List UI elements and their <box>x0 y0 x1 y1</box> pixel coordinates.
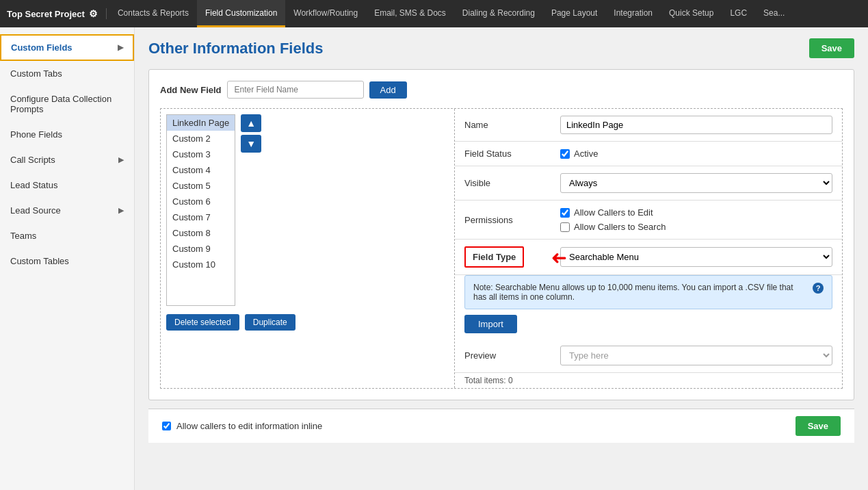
sidebar-item-teams[interactable]: Teams <box>0 223 134 248</box>
list-item[interactable]: Custom 9 <box>167 241 235 257</box>
nav-tab-integration[interactable]: Integration <box>605 0 661 27</box>
action-buttons: Delete selected Duplicate <box>166 314 449 331</box>
list-item[interactable]: Custom 2 <box>167 131 235 146</box>
nav-tab-dialing[interactable]: Dialing & Recording <box>454 0 543 27</box>
list-item[interactable]: Custom 3 <box>167 146 235 162</box>
note-text: Note: Searchable Menu allows up to 10,00… <box>473 283 808 302</box>
import-button[interactable]: Import <box>464 315 517 333</box>
preview-select[interactable]: Type here <box>560 346 832 365</box>
nav-tabs: Contacts & Reports Field Customization W… <box>109 0 793 27</box>
page-title: Other Information Fields <box>148 40 323 57</box>
move-up-button[interactable]: ▲ <box>241 114 261 132</box>
nav-tab-lgc[interactable]: LGC <box>722 0 755 27</box>
sidebar-item-label: Custom Fields <box>11 42 73 53</box>
list-item[interactable]: Custom 5 <box>167 178 235 194</box>
field-status-checkbox[interactable] <box>560 149 570 159</box>
field-type-value: ➜ Searchable Menu Text Number Date Dropd… <box>560 247 832 267</box>
sidebar-item-label: Phone Fields <box>10 129 62 140</box>
chevron-right-icon: ▶ <box>118 155 124 164</box>
allow-edit-text: Allow Callers to Edit <box>574 207 653 218</box>
delete-selected-button[interactable]: Delete selected <box>166 314 239 331</box>
field-status-label: Field Status <box>464 149 553 159</box>
sidebar-item-custom-fields[interactable]: Custom Fields ▶ <box>0 34 134 61</box>
list-item[interactable]: Custom 4 <box>167 162 235 178</box>
nav-tab-search[interactable]: Sea... <box>755 0 793 27</box>
preview-label: Preview <box>464 350 553 361</box>
move-down-button[interactable]: ▼ <box>241 135 261 153</box>
list-item[interactable]: Custom 10 <box>167 257 235 272</box>
field-type-row: Field Type ➜ Searchable Menu Text Number <box>455 240 842 275</box>
list-item[interactable]: Custom 8 <box>167 225 235 241</box>
inline-edit-row: Allow callers to edit information inline <box>162 421 322 431</box>
allow-edit-checkbox[interactable] <box>560 208 570 218</box>
visible-label: Visible <box>464 178 553 188</box>
nav-tab-field-customization[interactable]: Field Customization <box>197 0 285 27</box>
sidebar-item-custom-tables[interactable]: Custom Tables <box>0 248 134 274</box>
inline-edit-label: Allow callers to edit information inline <box>176 421 322 431</box>
sidebar-item-label: Lead Status <box>10 180 57 190</box>
sidebar-item-custom-tabs[interactable]: Custom Tabs <box>0 61 134 86</box>
allow-search-checkbox[interactable] <box>560 222 570 232</box>
two-column-layout: LinkedIn Page Custom 2 Custom 3 Custom 4… <box>160 108 843 389</box>
duplicate-button[interactable]: Duplicate <box>245 314 295 331</box>
field-type-label: Field Type <box>464 246 553 268</box>
sidebar-item-call-scripts[interactable]: Call Scripts ▶ <box>0 147 134 172</box>
name-input[interactable] <box>560 116 832 134</box>
add-field-input[interactable] <box>227 81 364 99</box>
inline-edit-checkbox[interactable] <box>162 422 171 430</box>
sidebar-item-label: Custom Tabs <box>10 68 62 79</box>
sidebar: Custom Fields ▶ Custom Tabs Configure Da… <box>0 27 135 490</box>
total-items: Total items: 0 <box>455 373 842 388</box>
arrow-buttons: ▲ ▼ <box>241 114 261 153</box>
sidebar-item-lead-source[interactable]: Lead Source ▶ <box>0 198 134 223</box>
name-label: Name <box>464 120 553 130</box>
list-item[interactable]: LinkedIn Page <box>167 115 235 131</box>
chevron-right-icon: ▶ <box>118 206 124 215</box>
visible-select[interactable]: Always Never Conditional <box>560 173 832 193</box>
field-status-row: Field Status Active <box>455 142 842 166</box>
add-field-button[interactable]: Add <box>369 81 407 99</box>
visible-row: Visible Always Never Conditional <box>455 166 842 201</box>
sidebar-item-label: Custom Tables <box>10 256 69 266</box>
nav-tab-email[interactable]: Email, SMS & Docs <box>366 0 454 27</box>
list-and-arrows: LinkedIn Page Custom 2 Custom 3 Custom 4… <box>166 114 449 306</box>
permissions-label: Permissions <box>464 215 553 225</box>
sidebar-item-configure-data[interactable]: Configure Data Collection Prompts <box>0 86 134 122</box>
permissions-row: Permissions Allow Callers to Edit Allow … <box>455 201 842 240</box>
sidebar-item-lead-status[interactable]: Lead Status <box>0 172 134 198</box>
field-status-checkbox-label: Active <box>560 149 832 159</box>
gear-icon[interactable]: ⚙ <box>89 8 98 19</box>
field-type-select[interactable]: Searchable Menu Text Number Date Dropdow… <box>560 247 832 267</box>
add-field-label: Add New Field <box>160 85 222 95</box>
nav-tab-page-layout[interactable]: Page Layout <box>543 0 605 27</box>
field-list: LinkedIn Page Custom 2 Custom 3 Custom 4… <box>166 114 235 306</box>
permissions-value: Allow Callers to Edit Allow Callers to S… <box>560 207 832 232</box>
allow-search-label: Allow Callers to Search <box>560 222 832 232</box>
allow-search-text: Allow Callers to Search <box>574 222 666 232</box>
project-name: Top Secret Project ⚙ <box>7 8 107 19</box>
nav-tab-quick-setup[interactable]: Quick Setup <box>661 0 722 27</box>
nav-tab-workflow[interactable]: Workflow/Routing <box>285 0 366 27</box>
main-content: Other Information Fields Save Add New Fi… <box>135 27 868 490</box>
help-icon[interactable]: ? <box>813 283 824 294</box>
add-field-row: Add New Field Add <box>160 81 843 99</box>
save-button-top[interactable]: Save <box>809 38 854 58</box>
note-box: Note: Searchable Menu allows up to 10,00… <box>464 275 832 309</box>
project-name-text: Top Secret Project <box>7 9 85 19</box>
permissions-column: Allow Callers to Edit Allow Callers to S… <box>560 207 832 232</box>
list-item[interactable]: Custom 7 <box>167 209 235 225</box>
field-type-label-box: Field Type <box>464 246 524 268</box>
name-row: Name <box>455 109 842 142</box>
list-item[interactable]: Custom 6 <box>167 194 235 209</box>
name-value <box>560 116 832 134</box>
nav-tab-contacts[interactable]: Contacts & Reports <box>109 0 197 27</box>
sidebar-item-phone-fields[interactable]: Phone Fields <box>0 122 134 147</box>
sidebar-item-label: Configure Data Collection Prompts <box>10 94 124 114</box>
bottom-bar: Allow callers to edit information inline… <box>148 409 854 443</box>
layout: Custom Fields ▶ Custom Tabs Configure Da… <box>0 27 868 490</box>
save-button-bottom[interactable]: Save <box>795 416 841 436</box>
visible-value: Always Never Conditional <box>560 173 832 193</box>
sidebar-item-label: Lead Source <box>10 205 61 216</box>
chevron-right-icon: ▶ <box>118 43 123 52</box>
preview-row: Preview Type here <box>455 339 842 373</box>
